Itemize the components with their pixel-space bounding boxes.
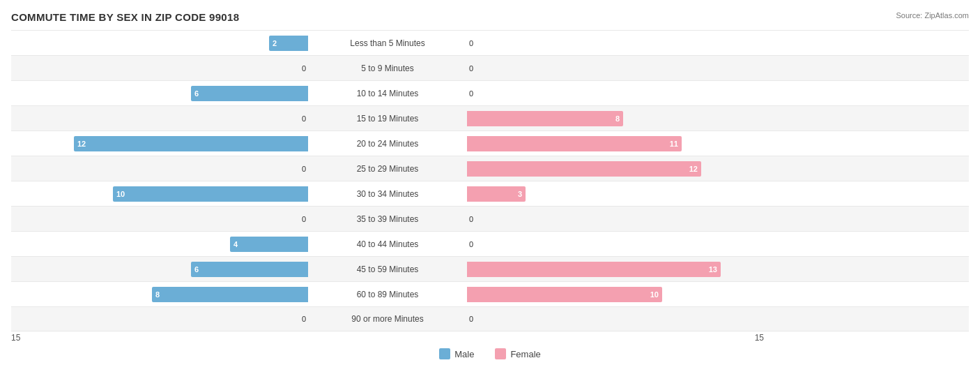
bar-female: 8 [467, 111, 623, 126]
right-section: 3 [464, 181, 764, 206]
row-label: 5 to 9 Minutes [311, 64, 464, 73]
bar-female: 13 [467, 262, 721, 277]
male-value-outside: 0 [302, 215, 306, 223]
bar-female: 11 [467, 136, 682, 151]
male-value-inside: 6 [194, 265, 199, 274]
row-label: Less than 5 Minutes [311, 38, 464, 48]
left-section: 0 [11, 106, 311, 131]
left-section: 0 [11, 56, 311, 80]
right-section: 12 [464, 156, 764, 181]
male-value-inside: 6 [194, 89, 199, 98]
male-value-outside: 0 [302, 64, 306, 73]
chart-row: 2 Less than 5 Minutes 0 [11, 30, 969, 55]
left-section: 2 [11, 31, 311, 55]
left-section: 10 [11, 181, 311, 206]
bar-female: 10 [467, 287, 662, 302]
female-value-inside: 3 [518, 190, 522, 198]
left-section: 6 [11, 257, 311, 281]
chart-title: COMMUTE TIME BY SEX IN ZIP CODE 99018 [11, 11, 969, 23]
chart-row: 4 40 to 44 Minutes 0 [11, 231, 969, 256]
left-section: 0 [11, 156, 311, 181]
male-value-outside: 0 [302, 315, 306, 323]
chart-row: 6 45 to 59 Minutes 13 [11, 256, 969, 281]
chart-row: 0 25 to 29 Minutes 12 [11, 156, 969, 181]
chart-row: 8 60 to 89 Minutes 10 [11, 281, 969, 306]
bar-male: 12 [74, 136, 308, 151]
bar-male: 8 [152, 287, 308, 302]
female-value-inside: 8 [615, 114, 620, 123]
chart-area: 2 Less than 5 Minutes 0 0 5 to 9 Minutes… [11, 30, 969, 332]
female-value-outside: 0 [469, 215, 473, 223]
right-section: 13 [464, 257, 764, 281]
source-label: Source: ZipAtlas.com [896, 11, 969, 20]
bar-male: 2 [269, 36, 308, 51]
row-label: 60 to 89 Minutes [311, 290, 464, 299]
chart-row: 0 15 to 19 Minutes 8 [11, 105, 969, 131]
male-value-inside: 12 [77, 140, 86, 148]
male-value-inside: 2 [273, 39, 277, 47]
legend-male: Male [439, 348, 474, 359]
male-value-inside: 4 [233, 240, 238, 248]
chart-container: COMMUTE TIME BY SEX IN ZIP CODE 99018 So… [11, 11, 969, 359]
right-section: 0 [464, 207, 764, 231]
bar-male: 4 [230, 237, 308, 252]
right-section: 0 [464, 31, 764, 55]
right-section: 0 [464, 232, 764, 256]
bar-female: 12 [467, 161, 701, 177]
left-section: 0 [11, 207, 311, 231]
row-label: 15 to 19 Minutes [311, 114, 464, 124]
chart-row: 0 90 or more Minutes 0 [11, 306, 969, 332]
legend-female: Female [495, 348, 540, 359]
legend-male-label: Male [454, 349, 474, 359]
right-section: 0 [464, 56, 764, 80]
axis-left: 15 [11, 333, 311, 343]
female-value-outside: 0 [469, 240, 473, 248]
female-value-outside: 0 [469, 39, 473, 47]
chart-row: 0 35 to 39 Minutes 0 [11, 206, 969, 231]
left-section: 4 [11, 232, 311, 256]
legend-female-box [495, 348, 506, 359]
female-value-inside: 13 [709, 265, 717, 274]
right-section: 11 [464, 131, 764, 156]
row-label: 90 or more Minutes [311, 314, 464, 324]
right-section: 10 [464, 282, 764, 306]
chart-row: 0 5 to 9 Minutes 0 [11, 55, 969, 80]
bar-male: 6 [191, 262, 308, 277]
female-value-inside: 11 [670, 140, 678, 148]
bar-male: 6 [191, 86, 308, 101]
male-value-outside: 0 [302, 114, 306, 123]
row-label: 20 to 24 Minutes [311, 139, 464, 149]
chart-row: 10 30 to 34 Minutes 3 [11, 181, 969, 206]
right-section: 8 [464, 106, 764, 131]
legend-female-label: Female [510, 349, 540, 359]
chart-row: 12 20 to 24 Minutes 11 [11, 131, 969, 156]
left-section: 8 [11, 282, 311, 306]
row-label: 40 to 44 Minutes [311, 239, 464, 249]
axis-right: 15 [464, 333, 764, 343]
right-section: 0 [464, 81, 764, 105]
male-value-inside: 10 [116, 190, 125, 198]
axis-row: 15 15 [11, 333, 969, 343]
female-value-outside: 0 [469, 64, 473, 73]
right-section: 0 [464, 307, 764, 331]
axis-right-value: 15 [755, 333, 764, 343]
row-label: 35 to 39 Minutes [311, 214, 464, 224]
female-value-outside: 0 [469, 315, 473, 323]
male-value-outside: 0 [302, 165, 306, 173]
female-value-inside: 10 [650, 290, 659, 299]
chart-row: 6 10 to 14 Minutes 0 [11, 80, 969, 105]
legend: Male Female [11, 348, 969, 359]
axis-left-value: 15 [11, 333, 20, 343]
left-section: 12 [11, 131, 311, 156]
row-label: 25 to 29 Minutes [311, 164, 464, 174]
female-value-inside: 12 [689, 165, 698, 173]
bar-male: 10 [113, 186, 308, 202]
male-value-inside: 8 [155, 290, 160, 299]
left-section: 6 [11, 81, 311, 105]
row-label: 10 to 14 Minutes [311, 89, 464, 98]
legend-male-box [439, 348, 450, 359]
row-label: 45 to 59 Minutes [311, 265, 464, 274]
bar-female: 3 [467, 186, 526, 202]
row-label: 30 to 34 Minutes [311, 189, 464, 199]
left-section: 0 [11, 307, 311, 331]
